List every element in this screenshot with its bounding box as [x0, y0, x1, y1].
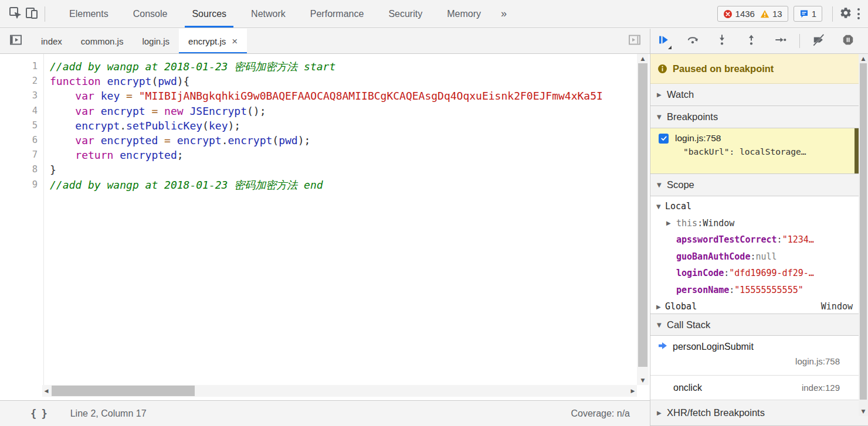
code-token: [50, 90, 75, 102]
code-line[interactable]: //add by wangp at 2018-01-23 密码加密方法 end: [50, 178, 638, 192]
line-number[interactable]: 4: [0, 104, 43, 118]
panel-tab-network[interactable]: Network: [239, 0, 298, 28]
panel-tab-console[interactable]: Console: [121, 0, 180, 28]
line-number[interactable]: 5: [0, 118, 43, 133]
line-number-gutter: 123456789: [0, 54, 44, 386]
scope-entry-apsswordTestCorrect[interactable]: apsswordTestCorrect: "1234…: [650, 231, 868, 248]
breakpoint-location: login.js:758: [675, 133, 721, 144]
step-button[interactable]: [774, 34, 788, 48]
code-token: [50, 134, 75, 146]
code-line[interactable]: //add by wangp at 2018-01-23 密码加密方法 star…: [50, 59, 638, 74]
xhr-breakpoints-section-header[interactable]: ▶ XHR/fetch Breakpoints: [650, 400, 868, 426]
line-number[interactable]: 3: [0, 88, 43, 103]
inspect-cursor-icon: [8, 6, 22, 22]
line-number[interactable]: 1: [0, 59, 43, 74]
code-line[interactable]: var encrypted = encrypt.encrypt(pwd);: [50, 133, 638, 148]
gear-icon: [839, 6, 852, 22]
scroll-down-arrow[interactable]: ▼: [859, 407, 868, 416]
editor-horizontal-scrollbar[interactable]: ◀ ▶: [42, 385, 637, 397]
call-stack-section-header[interactable]: ▼ Call Stack: [650, 313, 868, 336]
call-stack-frame-onclick[interactable]: onclickindex:129: [650, 376, 868, 400]
scroll-left-arrow[interactable]: ◀: [42, 386, 50, 396]
line-number[interactable]: 7: [0, 148, 43, 162]
device-toolbar-button[interactable]: [23, 6, 40, 22]
pause-on-exceptions-button[interactable]: [841, 34, 855, 48]
panel-tab-performance[interactable]: Performance: [298, 0, 377, 28]
scope-entry-this[interactable]: ▶this: Window: [650, 215, 868, 232]
scope-entry-guoBanAuthCode[interactable]: guoBanAuthCode: null: [650, 248, 868, 265]
scope-entry-loginCode[interactable]: loginCode: "dfd19699-df29-…: [650, 265, 868, 282]
error-warning-badge[interactable]: 1436 13: [717, 6, 788, 22]
code-editor[interactable]: 123456789 //add by wangp at 2018-01-23 密…: [0, 54, 650, 386]
console-message-badge[interactable]: 1: [794, 6, 822, 22]
line-number[interactable]: 8: [0, 162, 43, 177]
settings-button[interactable]: [838, 6, 854, 22]
file-tab-common-js[interactable]: common.js: [72, 29, 133, 53]
deactivate-breakpoints-button[interactable]: [812, 34, 826, 48]
scope-tree: ▼ Local ▶this: WindowapsswordTestCorrect…: [650, 196, 868, 313]
more-panels-button[interactable]: »: [493, 8, 514, 20]
code-token: [184, 105, 190, 117]
sidebar-scrollbar[interactable]: ▲ ▼: [859, 54, 868, 416]
code-token: =: [158, 134, 177, 146]
code-token: setPublicKey: [126, 120, 202, 132]
file-tab-encrypt-js[interactable]: encrypt.js×: [179, 29, 247, 53]
step-over-icon: [686, 33, 699, 49]
scope-entry-name: guoBanAuthCode: [676, 251, 750, 262]
warning-icon: [760, 9, 769, 19]
panel-tab-elements[interactable]: Elements: [57, 0, 121, 28]
main-menu-button[interactable]: [857, 8, 860, 21]
scope-group-global[interactable]: ▶ Global Window: [650, 298, 868, 315]
step-into-button[interactable]: [715, 34, 729, 48]
scroll-down-arrow[interactable]: ▼: [637, 376, 649, 385]
step-over-button[interactable]: [686, 34, 700, 48]
file-tab-login-js[interactable]: login.js: [133, 29, 179, 53]
file-tab-label: encrypt.js: [188, 36, 226, 46]
breakpoint-checkbox[interactable]: [659, 134, 669, 144]
scope-entry-personName[interactable]: personName: "15555555555": [650, 282, 868, 299]
line-number[interactable]: 6: [0, 133, 43, 148]
close-tab-icon[interactable]: ×: [232, 36, 238, 46]
debugger-panel-toggle-button[interactable]: [626, 33, 643, 49]
resume-script-button[interactable]: [656, 34, 670, 48]
code-line[interactable]: }: [50, 162, 638, 177]
panel-tab-sources[interactable]: Sources: [179, 0, 239, 28]
call-stack-frame-personLoginSubmit[interactable]: personLoginSubmitlogin.js:758: [650, 336, 868, 376]
pretty-print-button[interactable]: { }: [30, 408, 47, 420]
code-token: (: [202, 120, 209, 132]
editor-vertical-scrollbar[interactable]: ▲ ▼: [637, 54, 649, 385]
code-line[interactable]: function encrypt(pwd){: [50, 74, 638, 88]
breakpoints-section-header[interactable]: ▼ Breakpoints: [650, 106, 868, 128]
code-token: encrypt: [101, 105, 145, 117]
file-tab-index[interactable]: index: [32, 29, 72, 53]
show-debugger-icon: [628, 33, 642, 49]
code-line[interactable]: encrypt.setPublicKey(key);: [50, 118, 638, 133]
scope-entry-name: personName: [676, 285, 729, 295]
scroll-up-arrow[interactable]: ▲: [859, 54, 868, 63]
scroll-up-arrow[interactable]: ▲: [637, 54, 649, 63]
breakpoint-item[interactable]: login.js:758 "backUrl": localStorage…: [650, 128, 868, 174]
scope-group-label: Local: [665, 201, 691, 212]
watch-section-header[interactable]: ▶ Watch: [650, 84, 868, 106]
scope-group-local[interactable]: ▼ Local: [650, 198, 868, 215]
editor-hscroll-thumb[interactable]: [52, 386, 195, 396]
expanded-triangle-icon: ▼: [657, 322, 667, 328]
scroll-right-arrow[interactable]: ▶: [629, 386, 637, 396]
code-line[interactable]: return encrypted;: [50, 148, 638, 162]
navigator-toggle-button[interactable]: [8, 33, 24, 49]
device-toolbar-icon: [25, 6, 39, 22]
editor-vscroll-thumb[interactable]: [638, 63, 647, 367]
step-out-button[interactable]: [744, 34, 758, 48]
scope-section-header[interactable]: ▼ Scope: [650, 174, 868, 196]
code-token: .: [222, 134, 228, 146]
panel-tab-memory[interactable]: Memory: [435, 0, 493, 28]
code-line[interactable]: var encrypt = new JSEncrypt();: [50, 104, 638, 118]
code-line[interactable]: var key = "MIIBIjANBgkqhkiG9w0BAQEFAAOCA…: [50, 88, 638, 103]
line-number[interactable]: 2: [0, 74, 43, 88]
step-out-icon: [745, 33, 758, 49]
panel-tab-security[interactable]: Security: [376, 0, 435, 28]
editor-status-bar: { } Line 2, Column 17 Coverage: n/a: [0, 400, 650, 426]
sidebar-scroll-thumb[interactable]: [860, 63, 867, 400]
line-number[interactable]: 9: [0, 178, 43, 192]
inspect-element-button[interactable]: [7, 6, 23, 22]
